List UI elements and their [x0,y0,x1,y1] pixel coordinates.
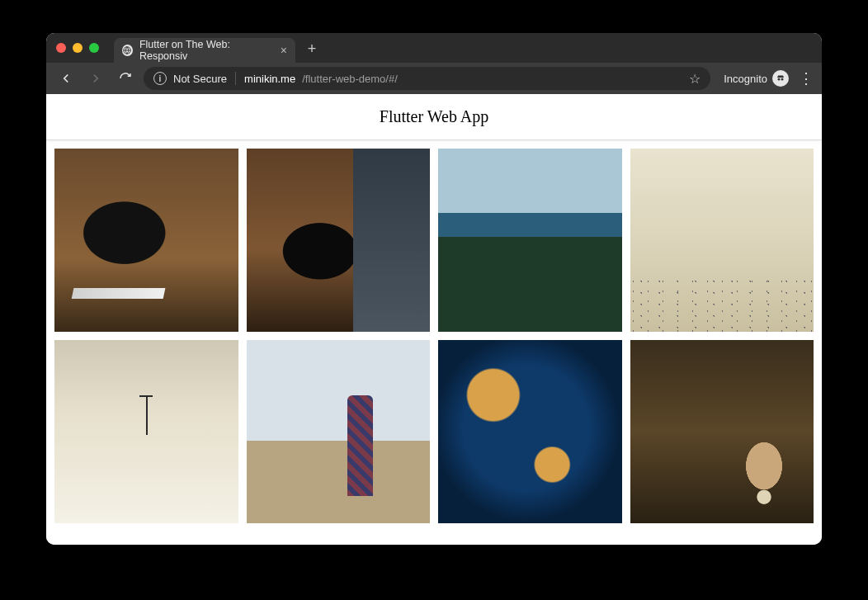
gallery-tile[interactable]: snowy hill with cross [54,340,238,523]
toolbar-right: Incognito ⋮ [724,69,814,87]
close-tab-icon[interactable]: × [281,44,287,57]
forward-button[interactable] [84,67,107,90]
tab-title: Flutter on The Web: Responsiv [139,39,271,62]
gallery-tile[interactable]: person typing on laptop [247,149,431,332]
close-window-button[interactable] [56,43,66,53]
menu-button[interactable]: ⋮ [799,69,814,87]
gallery-tile[interactable]: person holding child on beach [247,340,431,523]
browser-tab[interactable]: Flutter on The Web: Responsiv × [114,38,295,63]
titlebar: Flutter on The Web: Responsiv × + [46,33,822,63]
incognito-label: Incognito [724,73,767,85]
gallery-tile[interactable]: forest and lake with mountains [438,149,622,332]
bookmark-star-icon[interactable]: ☆ [689,71,701,87]
gallery-tile[interactable]: hazy beach with people [630,149,814,332]
image-grid: laptop on wooden desk person typing on l… [46,140,822,545]
app-title: Flutter Web App [380,107,488,126]
address-bar[interactable]: i Not Secure minikin.me/flutter-web-demo… [144,67,710,90]
browser-window: Flutter on The Web: Responsiv × + i Not … [46,33,822,545]
url-path: /flutter-web-demo/#/ [302,73,398,85]
toolbar: i Not Secure minikin.me/flutter-web-demo… [46,63,822,94]
window-controls [56,43,99,53]
svg-point-1 [778,78,781,81]
url-host: minikin.me [244,73,295,85]
reload-button[interactable] [114,67,137,90]
new-tab-button[interactable]: + [302,39,322,59]
info-icon[interactable]: i [153,72,167,85]
gallery-tile[interactable]: satellite view of coastline [438,340,622,523]
incognito-icon [772,70,789,87]
svg-point-2 [781,78,784,81]
back-button[interactable] [54,67,78,90]
globe-icon [122,45,133,56]
maximize-window-button[interactable] [89,43,99,53]
app-bar: Flutter Web App [46,94,822,140]
gallery-tile[interactable]: laptop on wooden desk [54,149,238,332]
minimize-window-button[interactable] [73,43,83,53]
page-content: Flutter Web App laptop on wooden desk pe… [46,94,822,545]
divider [235,72,236,85]
security-label: Not Secure [173,73,227,85]
gallery-tile[interactable]: young deer in forest [630,340,814,523]
incognito-indicator[interactable]: Incognito [724,70,789,87]
